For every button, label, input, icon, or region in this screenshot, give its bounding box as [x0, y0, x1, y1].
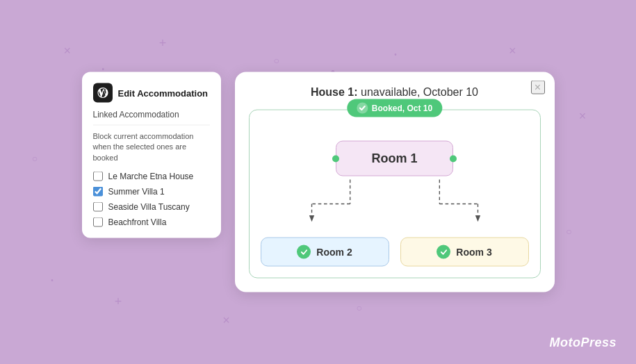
left-panel: Edit Accommodation Linked Accommodation …: [82, 72, 221, 238]
checkbox-seaside-villa[interactable]: Seaside Villa Tuscany: [93, 202, 210, 212]
deco-10: ×: [222, 313, 230, 328]
wp-logo-svg: [97, 87, 109, 99]
deco-11: ○: [356, 302, 361, 313]
checkbox-le-marche-label: Le Marche Etna House: [108, 172, 194, 181]
checkbox-beachfront-villa[interactable]: Beachfront Villa: [93, 217, 210, 227]
booked-badge: Booked, Oct 10: [347, 99, 442, 117]
room2-label: Room 2: [316, 247, 352, 258]
house-title-rest: unavailable, October 10: [358, 86, 478, 98]
diagram: Booked, Oct 10 Room 1: [249, 110, 541, 279]
checkbox-seaside-villa-label: Seaside Villa Tuscany: [108, 202, 190, 212]
deco-13: ○: [32, 153, 38, 164]
svg-marker-3: [309, 215, 313, 222]
deco-4: ○: [273, 55, 279, 66]
bottom-row: Room 2 Room 3: [261, 238, 529, 267]
deco-6: ×: [579, 109, 587, 124]
brand-text: MotoPress: [549, 336, 617, 349]
room2-box: Room 2: [261, 238, 389, 267]
checkbox-summer-villa[interactable]: Summer Villa 1: [93, 187, 210, 197]
deco-5: ×: [509, 44, 516, 58]
deco-7: ○: [566, 226, 571, 237]
house-title: House 1: unavailable, October 10: [249, 86, 541, 99]
house-title-bold: House 1:: [311, 86, 358, 98]
deco-3: +: [159, 36, 167, 51]
linked-accommodation-label: Linked Accommodation: [93, 110, 210, 126]
room3-label: Room 3: [456, 247, 491, 258]
checkbox-le-marche[interactable]: Le Marche Etna House: [93, 172, 210, 181]
close-button[interactable]: ×: [531, 81, 545, 94]
block-description: Block current accommodation when the sel…: [93, 131, 210, 163]
deco-12: •: [394, 51, 397, 58]
checkbox-beachfront-villa-input[interactable]: [93, 217, 103, 227]
booked-check-icon: [357, 103, 368, 114]
checkbox-summer-villa-input[interactable]: [93, 187, 103, 197]
checkbox-summer-villa-label: Summer Villa 1: [108, 187, 165, 197]
checkbox-list: Le Marche Etna House Summer Villa 1 Seas…: [93, 172, 210, 227]
room3-box: Room 3: [400, 238, 529, 267]
right-panel: × House 1: unavailable, October 10 Booke…: [235, 72, 555, 292]
room2-check-icon: [297, 245, 311, 259]
booked-badge-text: Booked, Oct 10: [372, 104, 432, 113]
edit-accommodation-title: Edit Accommodation: [118, 88, 209, 98]
room3-check-icon: [437, 245, 450, 259]
deco-9: +: [115, 295, 122, 309]
svg-marker-7: [475, 215, 480, 222]
panel-header: Edit Accommodation: [93, 83, 210, 103]
room1-container: Room 1: [261, 141, 529, 176]
room1-box: Room 1: [336, 141, 452, 176]
main-content: Edit Accommodation Linked Accommodation …: [82, 72, 555, 292]
checkbox-le-marche-input[interactable]: [93, 172, 103, 181]
motopress-brand: MotoPress: [549, 336, 617, 350]
wordpress-icon: [93, 83, 113, 103]
checkbox-seaside-villa-input[interactable]: [93, 202, 103, 212]
arrows-diagram: [261, 176, 529, 232]
room1-label: Room 1: [371, 151, 417, 165]
deco-1: ×: [64, 44, 72, 58]
checkbox-beachfront-villa-label: Beachfront Villa: [108, 217, 167, 227]
deco-8: •: [51, 276, 54, 284]
